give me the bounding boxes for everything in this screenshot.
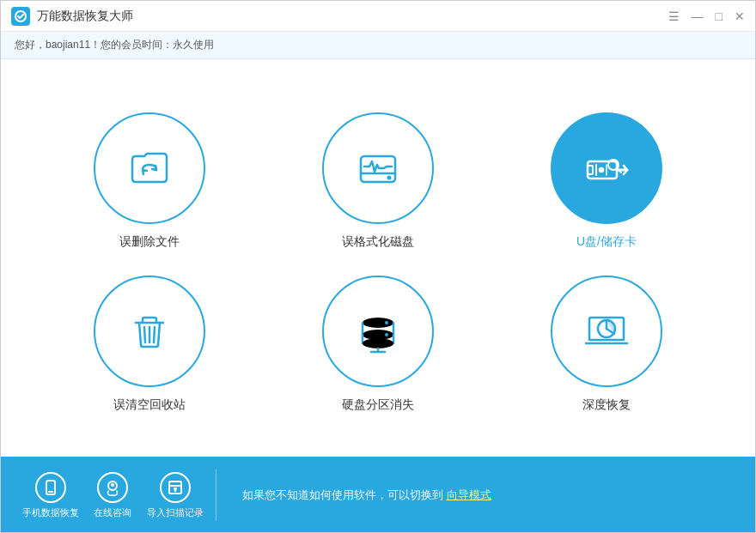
feature-grid: 误删除文件 误格式化磁盘 [52,112,704,413]
svg-rect-5 [588,166,593,174]
import-scan-label: 导入扫描记录 [147,506,204,519]
notice-text: 如果您不知道如何使用软件，可以切换到 [242,488,443,501]
usb-card-button[interactable] [551,112,662,224]
svg-point-18 [363,318,393,328]
delete-file-button[interactable] [94,112,205,224]
app-logo [11,7,30,26]
svg-point-24 [363,338,393,348]
mobile-recovery-button[interactable]: 手机数据恢复 [18,465,82,526]
format-disk-label: 误格式化磁盘 [342,234,414,250]
deep-recovery-button[interactable] [551,276,662,387]
greeting-bar: 您好，baojian11！您的会员时间：永久使用 [1,32,755,59]
title-bar: 万能数据恢复大师 ☰ — □ ✕ [1,1,755,32]
window-controls: ☰ — □ ✕ [668,10,745,22]
bottom-divider [216,469,216,521]
partition-lost-button[interactable] [322,276,434,387]
svg-line-17 [154,327,155,342]
maximize-button[interactable]: □ [716,10,722,22]
import-icon [160,472,191,503]
svg-line-15 [144,327,145,342]
menu-button[interactable]: ☰ [668,10,680,22]
mobile-icon [35,472,66,503]
bottom-notice: 如果您不知道如何使用软件，可以切换到 向导模式 [225,488,738,503]
recycle-bin-label: 误清空回收站 [113,397,186,413]
main-content: 误删除文件 误格式化磁盘 [1,59,755,457]
feature-item-usb-card[interactable]: U盘/储存卡 [509,112,704,250]
app-title: 万能数据恢复大师 [37,9,668,24]
import-scan-button[interactable]: 导入扫描记录 [143,465,207,526]
feature-item-deep-recovery[interactable]: 深度恢复 [509,276,704,413]
minimize-button[interactable]: — [692,10,704,22]
feature-item-format-disk[interactable]: 误格式化磁盘 [281,112,475,250]
bottom-actions: 手机数据恢复 在线咨询 导入扫 [18,465,207,526]
usb-card-label: U盘/储存卡 [576,234,637,250]
svg-point-26 [385,333,388,336]
delete-file-label: 误删除文件 [119,234,180,250]
format-disk-button[interactable] [322,112,434,224]
bottom-bar: 手机数据恢复 在线咨询 导入扫 [1,457,755,533]
svg-point-36 [111,483,114,487]
svg-point-3 [387,175,392,179]
consult-icon [97,472,128,503]
mobile-recovery-label: 手机数据恢复 [22,506,79,519]
greeting-text: 您好，baojian11！您的会员时间：永久使用 [15,38,214,52]
notice-link[interactable]: 向导模式 [447,488,491,501]
svg-point-25 [385,321,388,324]
online-consult-button[interactable]: 在线咨询 [82,465,143,526]
svg-point-10 [600,168,603,172]
online-consult-label: 在线咨询 [94,506,131,519]
deep-recovery-label: 深度恢复 [582,397,631,413]
close-button[interactable]: ✕ [735,10,745,22]
partition-lost-label: 硬盘分区消失 [342,397,414,413]
feature-item-recycle-bin[interactable]: 误清空回收站 [52,276,247,413]
recycle-bin-button[interactable] [94,276,205,387]
feature-item-delete-file[interactable]: 误删除文件 [52,112,247,250]
feature-item-partition-lost[interactable]: 硬盘分区消失 [281,276,475,413]
